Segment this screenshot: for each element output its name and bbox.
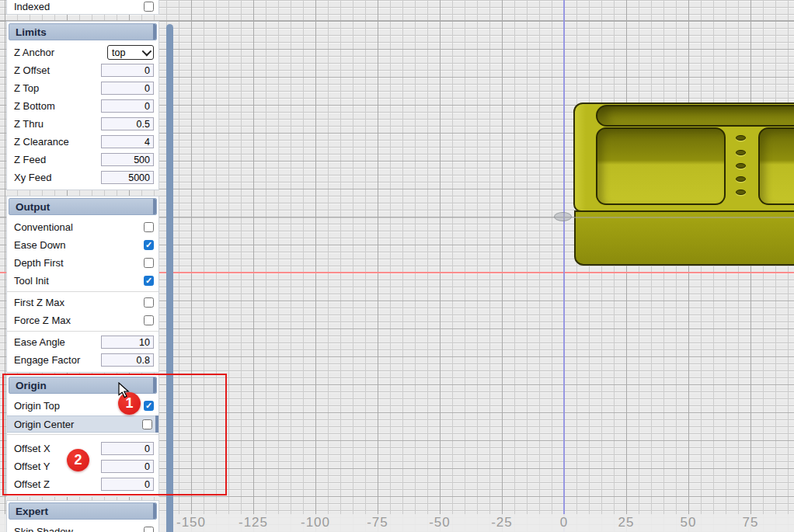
field-label: First Z Max [14, 297, 64, 308]
axis-tick-label: -25 [491, 515, 513, 530]
engage-factor-input[interactable]: 0.8 [101, 353, 154, 367]
axis-tick-label: -150 [176, 515, 206, 530]
model-hole [736, 190, 746, 195]
z-feed-input[interactable]: 500 [101, 153, 154, 166]
axis-tick-label: -50 [429, 515, 451, 530]
axis-tick-label: -100 [301, 515, 330, 530]
section-limits: Limits Z Anchor top Z Offset0 Z Top0 Z B… [6, 21, 159, 190]
field-label: Depth First [14, 257, 64, 269]
axis-tick-label: 50 [681, 515, 697, 530]
model-pocket-left [596, 127, 726, 205]
field-label: Engage Factor [14, 354, 80, 366]
field-label: Z Bottom [14, 100, 55, 112]
mouse-cursor-icon [118, 382, 131, 399]
model-hole [736, 176, 746, 182]
z-anchor-select[interactable]: top [107, 45, 154, 60]
model-hole [736, 150, 746, 155]
field-label: Skip Shadow [14, 526, 73, 532]
model-slot [596, 105, 794, 127]
section-title: Output [16, 201, 50, 213]
field-label: Z Top [14, 82, 39, 94]
section-output: Output Conventional Ease Down Depth Firs… [6, 196, 159, 373]
section-previous: Indexed [6, 0, 159, 15]
field-label: Conventional [14, 221, 73, 233]
axis-tick-label: 75 [743, 515, 759, 530]
first-z-max-checkbox[interactable] [144, 297, 154, 308]
selected-value: top [112, 47, 125, 58]
field-label: Z Feed [14, 154, 46, 165]
field-label: Z Anchor [14, 47, 54, 58]
annotation-highlight-rectangle [2, 374, 227, 495]
xy-feed-input[interactable]: 5000 [101, 171, 154, 184]
model-hole [736, 163, 746, 169]
expert-header[interactable]: Expert [9, 502, 157, 520]
z-bottom-input[interactable]: 0 [101, 99, 154, 113]
section-title: Limits [16, 26, 47, 38]
field-label: Z Clearance [14, 136, 69, 148]
axis-handle-dot[interactable] [554, 212, 572, 221]
limits-header[interactable]: Limits [9, 23, 157, 40]
tool-init-checkbox[interactable] [144, 276, 154, 286]
ease-angle-input[interactable]: 10 [101, 336, 154, 349]
divider [7, 331, 158, 332]
indexed-checkbox[interactable] [144, 2, 154, 12]
field-label: Xy Feed [14, 172, 51, 183]
field-label: Tool Init [14, 275, 49, 287]
axis-tick-label: -125 [239, 515, 268, 530]
conventional-checkbox[interactable] [144, 222, 154, 232]
divider [7, 291, 158, 292]
axis-tick-label: 25 [618, 515, 635, 530]
skip-shadow-checkbox[interactable] [144, 527, 154, 532]
z-thru-input[interactable]: 0.5 [101, 117, 154, 130]
z-anchor-row: Z Anchor top [7, 43, 158, 61]
model-pocket-right [758, 127, 794, 205]
field-label: Indexed [14, 1, 50, 12]
axis-tick-label: -75 [367, 515, 388, 530]
force-z-max-checkbox[interactable] [144, 315, 154, 325]
z-offset-input[interactable]: 0 [101, 64, 154, 77]
ease-down-checkbox[interactable] [144, 240, 154, 250]
depth-first-checkbox[interactable] [144, 258, 154, 268]
field-label: Force Z Max [14, 315, 71, 326]
field-label: Ease Down [14, 239, 65, 251]
output-header[interactable]: Output [9, 198, 157, 215]
section-title: Expert [16, 506, 48, 517]
section-expert: Expert Skip Shadow [6, 500, 159, 532]
z-clearance-input[interactable]: 4 [101, 135, 154, 148]
field-label: Z Offset [14, 64, 50, 76]
field-label: Z Thru [14, 118, 44, 130]
chevron-down-icon [142, 47, 152, 57]
model-hole [736, 135, 746, 141]
field-label: Ease Angle [14, 336, 65, 348]
axis-tick-label: 0 [560, 515, 568, 530]
app-window: { "colors": { "checkbox_accent": "#1977d… [0, 0, 794, 532]
model-front-face [574, 210, 794, 266]
z-top-input[interactable]: 0 [101, 82, 154, 95]
annotation-step-2-badge: 2 [67, 449, 89, 471]
